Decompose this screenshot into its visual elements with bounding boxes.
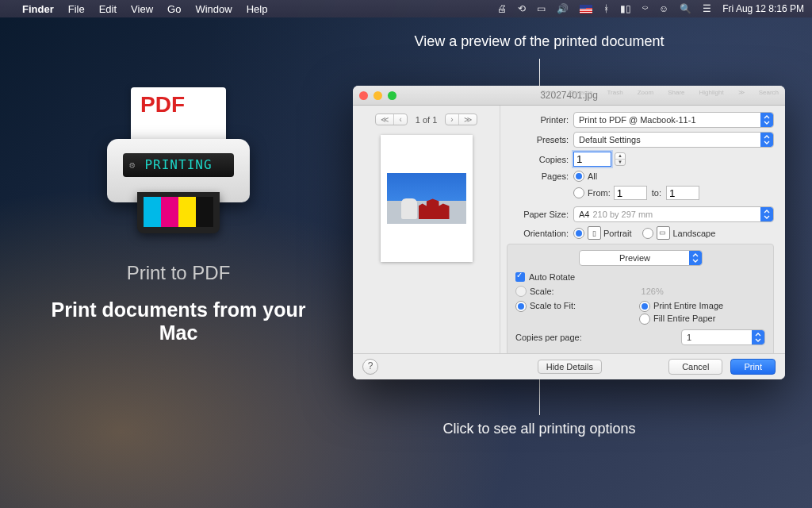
bluetooth-icon[interactable]: ᚼ [603, 3, 609, 14]
background-toolbar: Print Rename Trash Zoom Share Highlight … [542, 89, 779, 97]
menubar: Finder File Edit View Go Window Help 🖨 ⟲… [0, 0, 812, 17]
page-thumbnail[interactable] [381, 135, 473, 262]
notification-center-icon[interactable]: ☰ [703, 3, 711, 14]
hide-details-button[interactable]: Hide Details [538, 360, 602, 374]
photo-preview [387, 173, 466, 224]
pages-to-label: to: [652, 188, 661, 198]
print-entire-image-radio[interactable] [639, 301, 650, 312]
pages-from-label: From: [588, 188, 611, 198]
input-source-flag-icon[interactable] [580, 5, 592, 13]
menu-edit[interactable]: Edit [99, 3, 117, 15]
app-menu-name[interactable]: Finder [22, 3, 54, 15]
copies-label: Copies: [507, 155, 573, 164]
spotlight-icon[interactable]: 🔍 [680, 3, 691, 14]
titlebar[interactable]: 32027401.jpg Print Rename Trash Zoom Sha… [353, 86, 785, 106]
promo-subtitle: Print documents from your Mac [40, 298, 317, 344]
menubar-clock[interactable]: Fri Aug 12 8:16 PM [722, 3, 804, 14]
portrait-icon: ▯ [588, 226, 601, 240]
volume-icon[interactable]: 🔊 [557, 3, 569, 14]
printer-illustration: PDF PRINTING [99, 87, 258, 246]
presets-label: Presets: [507, 135, 573, 144]
auto-rotate-label: Auto Rotate [529, 272, 575, 282]
pages-from-radio[interactable] [573, 187, 584, 198]
app-options-panel: Preview Auto Rotate Scale: 126% Scale to… [507, 244, 774, 356]
copies-per-page-select[interactable]: 1 [681, 329, 765, 345]
portrait-radio[interactable] [573, 228, 584, 239]
dropdown-icon [760, 113, 773, 127]
scale-to-fit-label: Scale to Fit: [530, 301, 576, 310]
orientation-label: Orientation: [507, 229, 573, 238]
print-entire-image-label: Print Entire Image [653, 301, 723, 310]
landscape-label: Landscape [672, 229, 715, 238]
menu-window[interactable]: Window [195, 3, 232, 15]
cancel-button[interactable]: Cancel [668, 359, 722, 375]
battery-icon[interactable]: ▮▯ [620, 3, 631, 14]
printer-label: Printer: [507, 115, 573, 125]
pages-label: Pages: [507, 171, 573, 181]
page-indicator: 1 of 1 [416, 115, 438, 125]
app-options-select[interactable]: Preview [579, 250, 703, 266]
page-from-input[interactable] [614, 186, 647, 200]
pages-all-label: All [588, 171, 597, 181]
preview-prev-buttons[interactable]: ≪‹ [375, 114, 407, 125]
copies-input[interactable] [573, 152, 611, 167]
scale-value: 126% [642, 287, 664, 296]
callout-options: Click to see all printing options [412, 421, 666, 437]
print-button[interactable]: Print [730, 359, 776, 375]
preview-pane: ≪‹ 1 of 1 ›≫ [353, 106, 500, 355]
printer-select[interactable]: Print to PDF @ Macbook-11-1 [573, 112, 774, 128]
papersize-select[interactable]: A4210 by 297 mm [573, 206, 774, 222]
presets-select[interactable]: Default Settings [573, 132, 774, 148]
landscape-radio[interactable] [642, 228, 653, 239]
menu-file[interactable]: File [68, 3, 85, 15]
portrait-label: Portrait [603, 229, 631, 238]
pdf-tag: PDF [140, 92, 185, 117]
wifi-icon[interactable]: ⌔ [642, 3, 648, 14]
scale-to-fit-radio[interactable] [515, 301, 527, 312]
papersize-label: Paper Size: [507, 210, 573, 219]
printer-display: PRINTING [123, 153, 234, 177]
copies-stepper[interactable]: ▲▼ [615, 152, 626, 166]
scale-radio[interactable] [515, 286, 527, 297]
promo-title: Print to PDF [40, 262, 317, 284]
time-machine-icon[interactable]: ⟲ [518, 3, 526, 14]
menu-view[interactable]: View [131, 3, 153, 15]
page-to-input[interactable] [666, 186, 699, 200]
callout-line-bottom [539, 379, 540, 415]
copies-per-page-label: Copies per page: [515, 333, 582, 342]
menu-help[interactable]: Help [247, 3, 268, 15]
print-dialog: 32027401.jpg Print Rename Trash Zoom Sha… [353, 86, 785, 379]
dialog-footer: ? Hide Details PDF Cancel Print [353, 353, 785, 379]
fill-entire-paper-label: Fill Entire Paper [653, 314, 715, 323]
pages-all-radio[interactable] [573, 171, 584, 182]
callout-preview: View a preview of the printed document [412, 33, 666, 50]
landscape-icon: ▯ [657, 226, 670, 240]
printer-status-icon[interactable]: 🖨 [497, 3, 507, 14]
scale-label: Scale: [530, 287, 554, 296]
auto-rotate-checkbox[interactable] [515, 272, 525, 282]
help-button[interactable]: ? [362, 359, 378, 375]
menu-go[interactable]: Go [167, 3, 181, 15]
fill-entire-paper-radio[interactable] [639, 314, 650, 325]
settings-pane: Printer: Print to PDF @ Macbook-11-1 Pre… [500, 106, 785, 355]
user-icon[interactable]: ☺ [659, 3, 668, 14]
display-icon[interactable]: ▭ [537, 3, 546, 14]
preview-next-buttons[interactable]: ›≫ [445, 114, 477, 125]
promo-block: PDF PRINTING Print to PDF Print document… [40, 87, 317, 344]
